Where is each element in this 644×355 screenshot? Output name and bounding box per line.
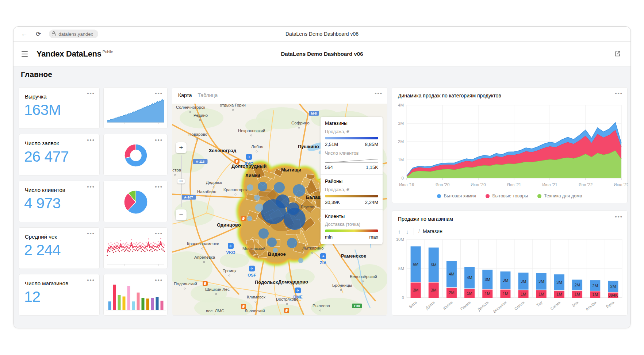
mini-bar[interactable]: [132, 301, 135, 310]
svg-text:₽: ₽: [242, 305, 245, 309]
avg-check-line-card: •••: [103, 227, 168, 269]
x-category-label: Сигма: [549, 300, 561, 311]
revenue-spark[interactable]: [104, 88, 168, 129]
x-category-label: Омега: [514, 300, 526, 311]
breadcrumb-store[interactable]: Магазин: [423, 228, 442, 234]
mini-bar[interactable]: [118, 295, 121, 310]
legend-shops-title: Магазины: [325, 120, 378, 126]
mini-bar[interactable]: [123, 297, 126, 310]
kpi-card-menu[interactable]: •••: [87, 137, 95, 143]
kpi-label: Средний чек: [25, 234, 57, 240]
kpi-card-1: Выручка•••163M: [19, 87, 100, 129]
mini-bar[interactable]: [156, 297, 159, 310]
app-logo[interactable]: Yandex DataLensPublic: [37, 49, 113, 59]
bar-value-label: 2M: [574, 283, 580, 287]
bar-value-label: 4M: [467, 275, 472, 280]
map-city-label: Бронницы: [332, 283, 352, 288]
dynamics-chart[interactable]: Июл '19Янв '20Июл '20Янв '21Июл '21Янв '…: [392, 101, 628, 190]
sort-desc-icon[interactable]: ↓: [406, 228, 409, 235]
y-tick-label: 0: [402, 296, 404, 300]
legend-item[interactable]: Бытовая химия: [437, 193, 476, 198]
kpi-card-menu[interactable]: •••: [87, 277, 95, 283]
donut-slice[interactable]: [124, 144, 136, 158]
store-bubble[interactable]: [254, 195, 260, 201]
store-bubble[interactable]: [276, 194, 290, 208]
x-tick-label: Янв '21: [507, 182, 521, 187]
breadcrumb-slash: /: [418, 228, 420, 234]
reload-icon[interactable]: ⟳: [36, 30, 41, 38]
legend-size-triangle: [325, 158, 378, 163]
bar-value-label: 6M: [431, 263, 436, 267]
sales-chart[interactable]: 05M10M6M3MБета6M3MДзета4M2MКаппа4M1MГамм…: [392, 237, 628, 315]
stores-mini-bar[interactable]: [104, 274, 168, 316]
mini-bar[interactable]: [161, 301, 164, 310]
store-bubble[interactable]: [293, 184, 305, 197]
svg-text:А-107: А-107: [184, 196, 193, 199]
sales-card-menu[interactable]: •••: [615, 214, 623, 219]
orders-donut[interactable]: [104, 134, 168, 176]
share-icon[interactable]: [614, 50, 621, 59]
store-bubble[interactable]: [267, 238, 277, 247]
map-city-label: Зеленоград: [209, 148, 237, 153]
map-card-menu[interactable]: •••: [375, 90, 383, 96]
mini-bar[interactable]: [127, 286, 130, 310]
svg-text:М-8: М-8: [311, 112, 317, 115]
store-bubble[interactable]: [247, 184, 253, 191]
airport-code: VKO: [226, 250, 235, 255]
sort-asc-icon[interactable]: ↑: [398, 228, 401, 235]
bar-value-label: 3M: [521, 279, 526, 283]
kpi-card-menu[interactable]: •••: [87, 90, 95, 96]
kpi-card-menu[interactable]: •••: [87, 184, 95, 189]
zoom-slider-handle[interactable]: ∷∷: [177, 179, 185, 184]
legend-label: Бытовая химия: [444, 193, 476, 198]
app-header: Yandex DataLensPublic DataLens Demo Dash…: [14, 42, 630, 66]
map-city-label: Химки: [245, 173, 260, 178]
map-city-label: отдыха Горки: [220, 104, 246, 107]
bar-value-label: 1M: [521, 292, 526, 296]
tab-table[interactable]: Таблица: [198, 92, 218, 98]
bar-value-label: 1M: [485, 292, 490, 296]
tab-map[interactable]: Карта: [178, 92, 192, 98]
store-bubble[interactable]: [255, 204, 263, 212]
mini-bar[interactable]: [137, 293, 140, 310]
store-bubble[interactable]: [287, 238, 297, 248]
menu-icon[interactable]: [22, 51, 28, 57]
map-city-label: Нахабино: [197, 189, 216, 194]
dynamics-chart-title: Динамика продаж по категориям продуктов: [398, 93, 501, 99]
legend-item[interactable]: Бытовые товары: [486, 193, 528, 198]
legend-shops-metric: Продажа, ₽: [325, 129, 378, 134]
kpi-card-4: Средний чек•••2 244: [19, 227, 100, 269]
store-bubble[interactable]: [258, 228, 269, 239]
mini-bar[interactable]: [108, 301, 111, 310]
store-bubble[interactable]: [247, 216, 252, 221]
clients-pie[interactable]: [104, 181, 168, 223]
map-city-label: Раменское: [341, 253, 366, 259]
map-city-label: Реутов: [301, 205, 314, 209]
mini-bar[interactable]: [142, 298, 145, 310]
address-bar[interactable]: datalens.yandex: [49, 30, 98, 38]
store-bubble[interactable]: [287, 202, 299, 215]
store-bubble[interactable]: [258, 182, 267, 191]
mini-bar[interactable]: [151, 298, 154, 310]
store-bubble[interactable]: [274, 182, 285, 193]
map-city-label: Дедовск: [206, 180, 222, 185]
map-viewport[interactable]: СолнечногорскРединоотдыха ГоркиПоваровоН…: [172, 104, 387, 315]
zoom-out-button[interactable]: −: [176, 209, 187, 220]
bar-value-label: 1M: [593, 292, 598, 297]
mini-bar[interactable]: [113, 285, 116, 310]
legend-districts-metric: Продажа, ₽: [325, 187, 378, 192]
ruble-poi-icon: ₽: [241, 216, 246, 221]
mini-bar[interactable]: [146, 298, 149, 310]
legend-item[interactable]: Техника для дома: [537, 193, 582, 198]
kpi-card-menu[interactable]: •••: [87, 231, 95, 236]
divider: [414, 228, 414, 235]
dynamics-card-menu[interactable]: •••: [615, 90, 623, 96]
url-text: datalens.yandex: [58, 31, 93, 37]
store-bubble[interactable]: [298, 258, 303, 263]
sales-chart-card: Продажи по магазинам ••• ↑ ↓ / Магазин 0…: [392, 211, 628, 316]
map-city-label: Видное: [268, 251, 286, 257]
avg-check-line[interactable]: [104, 228, 168, 269]
dynamics-chart-card: Динамика продаж по категориям продуктов …: [392, 87, 628, 203]
zoom-in-button[interactable]: +: [176, 142, 187, 153]
back-icon[interactable]: ←: [21, 30, 28, 38]
